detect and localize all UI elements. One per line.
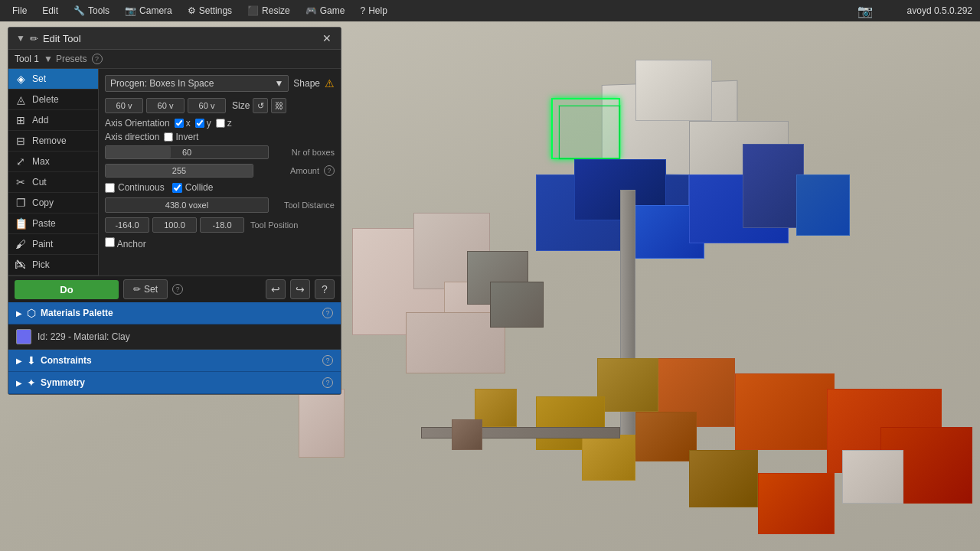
amount-help-button[interactable]: ? <box>324 165 335 176</box>
scene-pink-bottom <box>299 389 345 458</box>
material-label: Id: 229 - Material: Clay <box>38 331 130 342</box>
sidebar-item-set-label: Set <box>32 73 46 84</box>
tool-pos-z-input[interactable] <box>200 217 244 233</box>
procgen-select[interactable]: Procgen: Boxes In Space ▼ <box>105 75 289 92</box>
axis-y-label[interactable]: y <box>195 118 211 129</box>
menu-resize[interactable]: ⬛ Resize <box>241 4 296 18</box>
delete-icon: ◬ <box>15 93 27 106</box>
sidebar-item-copy[interactable]: ❐ Copy <box>8 193 98 214</box>
size-x-input[interactable] <box>105 98 143 113</box>
material-color-box <box>16 329 31 344</box>
do-button[interactable]: Do <box>15 280 119 299</box>
constraints-header[interactable]: ▶ ⬇ Constraints ? <box>8 350 341 372</box>
sidebar-item-pick-label: Pick <box>32 259 50 270</box>
scene-blue-cube-6 <box>796 174 850 236</box>
nr-of-boxes-slider[interactable]: 60 <box>105 145 269 159</box>
action-help-circle-btn[interactable]: ? <box>315 279 335 299</box>
menu-file[interactable]: File <box>6 4 33 18</box>
continuous-text: Continuous <box>118 182 165 193</box>
amount-slider[interactable]: 255 <box>105 164 253 178</box>
resize-icon: ⬛ <box>247 5 259 16</box>
scene-pillar <box>620 190 635 458</box>
redo-button[interactable]: ↪ <box>290 279 310 299</box>
menu-tools-label: Tools <box>88 5 109 16</box>
menu-resize-label: Resize <box>262 5 290 16</box>
size-z-input[interactable] <box>188 98 226 113</box>
sidebar-item-remove[interactable]: ⊟ Remove <box>8 131 98 152</box>
panel-close-button[interactable]: ✕ <box>321 32 333 44</box>
pencil-icon: ✏ <box>30 33 38 44</box>
tool-distance-value: 438.0 voxel <box>105 197 269 213</box>
continuous-label[interactable]: Continuous <box>105 182 165 193</box>
procgen-dropdown-icon: ▼ <box>274 78 283 89</box>
action-row: Do ✏ Set ? ↩ ↪ ? <box>8 276 341 302</box>
sidebar-item-max[interactable]: ⤢ Max <box>8 152 98 172</box>
tool-help-button[interactable]: ? <box>92 54 103 64</box>
sidebar-item-cut[interactable]: ✂ Cut <box>8 172 98 193</box>
constraints-title: Constraints <box>41 355 318 366</box>
axis-x-checkbox[interactable] <box>175 119 184 128</box>
menu-settings-label: Settings <box>199 5 232 16</box>
max-icon: ⤢ <box>15 155 27 168</box>
menu-camera[interactable]: 📷 Camera <box>119 4 178 18</box>
add-icon: ⊞ <box>15 114 27 126</box>
continuous-checkbox[interactable] <box>105 183 115 193</box>
sidebar-item-delete[interactable]: ◬ Delete <box>8 90 98 110</box>
menubar: File Edit 🔧 Tools 📷 Camera ⚙ Settings ⬛ … <box>0 0 980 21</box>
material-row: Id: 229 - Material: Clay <box>8 324 341 350</box>
sidebar-item-add-label: Add <box>32 115 48 126</box>
scene-cube-2 <box>635 60 712 121</box>
sidebar-item-add[interactable]: ⊞ Add <box>8 110 98 131</box>
presets-button[interactable]: ▼ Presets <box>44 54 87 64</box>
menu-game[interactable]: 🎮 Game <box>299 4 351 18</box>
menu-game-label: Game <box>320 5 345 16</box>
sidebar-item-paste[interactable]: 📋 Paste <box>8 214 98 234</box>
help-icon: ? <box>360 5 365 16</box>
size-reset-button[interactable]: ↺ <box>253 98 268 113</box>
axis-z-label[interactable]: z <box>216 118 232 129</box>
edit-tool-panel: ▼ ✏ Edit Tool ✕ Tool 1 ▼ Presets ? ◈ Set… <box>8 27 341 395</box>
menu-tools[interactable]: 🔧 Tools <box>67 4 116 18</box>
invert-label[interactable]: Invert <box>164 132 198 142</box>
axis-x-label[interactable]: x <box>175 118 191 129</box>
menu-help[interactable]: ? Help <box>354 4 393 18</box>
symmetry-arrow-icon: ▶ <box>16 379 22 387</box>
axis-direction-row: Axis direction Invert <box>105 132 335 142</box>
pick-icon: 🖎 <box>15 259 27 271</box>
axis-z-checkbox[interactable] <box>216 119 225 128</box>
collide-label[interactable]: Collide <box>172 182 214 193</box>
symmetry-help-button[interactable]: ? <box>322 377 333 388</box>
invert-text: Invert <box>175 132 198 142</box>
anchor-label[interactable]: Anchor <box>105 237 146 249</box>
materials-palette-header[interactable]: ▶ ⬡ Materials Palette ? <box>8 302 341 324</box>
filter-icon: ▼ <box>44 54 53 64</box>
sidebar-item-set[interactable]: ◈ Set <box>8 69 98 90</box>
constraints-help-button[interactable]: ? <box>322 355 333 366</box>
tool-pos-y-input[interactable] <box>152 217 197 233</box>
scene-orange-cube-2 <box>735 373 835 450</box>
symmetry-header[interactable]: ▶ ✦ Symmetry ? <box>8 372 341 394</box>
size-y-input[interactable] <box>146 98 185 113</box>
undo-button[interactable]: ↩ <box>266 279 286 299</box>
sidebar-item-pick[interactable]: 🖎 Pick <box>8 255 98 276</box>
size-link-button[interactable]: ⛓ <box>271 98 286 113</box>
sidebar-item-paint[interactable]: 🖌 Paint <box>8 234 98 255</box>
anchor-row: Anchor <box>105 237 335 249</box>
paste-icon: 📋 <box>15 217 27 230</box>
menu-edit[interactable]: Edit <box>36 4 64 18</box>
anchor-checkbox[interactable] <box>105 237 115 247</box>
tool-pos-x-input[interactable] <box>105 217 149 233</box>
presets-label: Presets <box>56 54 87 64</box>
invert-checkbox[interactable] <box>164 132 173 142</box>
action-help-button[interactable]: ? <box>172 284 183 295</box>
help-circle-icon: ? <box>322 283 328 295</box>
content-area: ◈ Set ◬ Delete ⊞ Add ⊟ Remove ⤢ Max ✂ Cu… <box>8 69 341 276</box>
axis-y-checkbox[interactable] <box>195 119 204 128</box>
collide-checkbox[interactable] <box>172 183 182 193</box>
menu-settings[interactable]: ⚙ Settings <box>181 4 238 18</box>
set-button[interactable]: ✏ Set <box>123 279 168 299</box>
anchor-text: Anchor <box>117 239 146 249</box>
scene-brown-cube-1 <box>635 412 697 461</box>
materials-help-button[interactable]: ? <box>322 308 333 318</box>
collapse-arrow-icon[interactable]: ▼ <box>16 33 25 44</box>
